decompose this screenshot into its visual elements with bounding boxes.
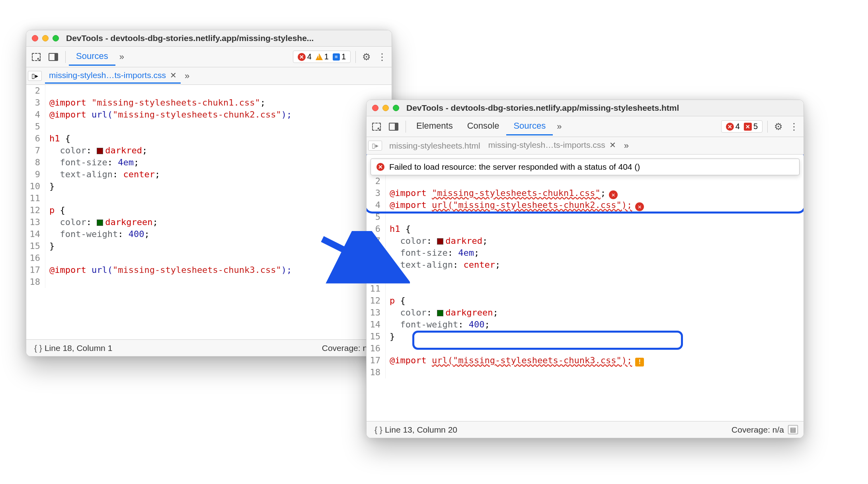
statusbar: { } Line 13, Column 20 Coverage: n/a ▤ bbox=[367, 421, 804, 438]
devtools-window-before: DevTools - devtools-dbg-stories.netlify.… bbox=[26, 30, 392, 357]
line-number: 8 bbox=[26, 157, 45, 169]
line-number: 4 bbox=[367, 199, 386, 211]
file-tab[interactable]: missing-stylesh…ts-imports.css ✕ bbox=[484, 138, 620, 153]
code-editor[interactable]: ✕ Failed to load resource: the server re… bbox=[367, 155, 804, 421]
warning-icon bbox=[316, 53, 323, 60]
console-badges[interactable]: ✕4 1 ≡1 bbox=[293, 51, 351, 63]
close-icon[interactable] bbox=[32, 35, 38, 41]
svg-line-0 bbox=[322, 239, 394, 275]
tab-elements[interactable]: Elements bbox=[409, 118, 460, 135]
gear-icon[interactable]: ⚙ bbox=[359, 51, 374, 63]
error-tooltip: ✕ Failed to load resource: the server re… bbox=[371, 159, 800, 175]
tab-sources[interactable]: Sources bbox=[506, 118, 553, 135]
tab-sources[interactable]: Sources bbox=[69, 48, 115, 66]
arrow-icon bbox=[314, 231, 410, 295]
color-swatch-icon[interactable] bbox=[97, 219, 103, 226]
cursor-position: Line 18, Column 1 bbox=[45, 343, 112, 353]
line-number: 15 bbox=[367, 331, 386, 343]
info-icon: ≡ bbox=[333, 53, 340, 61]
coverage-label: Coverage: n/a bbox=[731, 425, 784, 435]
line-number: 3 bbox=[367, 187, 386, 199]
line-number: 11 bbox=[26, 192, 45, 204]
error-icon: ✕ bbox=[376, 163, 384, 171]
navigator-toggle-icon[interactable]: ▯▸ bbox=[28, 71, 42, 81]
line-number: 5 bbox=[26, 121, 45, 133]
close-icon[interactable]: ✕ bbox=[609, 140, 616, 150]
statusbar: { } Line 18, Column 1 Coverage: n/a ≡ bbox=[26, 339, 392, 356]
more-tabs-icon[interactable]: » bbox=[553, 121, 566, 132]
devtools-window-after: DevTools - devtools-dbg-stories.netlify.… bbox=[366, 100, 804, 438]
main-toolbar: Elements Console Sources » ✕4 ✕5 ⚙ ⋮ bbox=[367, 116, 804, 137]
file-tab[interactable]: missing-stylesheets.html bbox=[385, 139, 484, 153]
line-number: 6 bbox=[26, 133, 45, 145]
kebab-icon[interactable]: ⋮ bbox=[374, 51, 390, 63]
minimize-icon[interactable] bbox=[42, 35, 49, 41]
error-icon: ✕ bbox=[726, 123, 734, 131]
line-number: 13 bbox=[367, 307, 386, 319]
more-tabs-icon[interactable]: » bbox=[115, 52, 128, 62]
line-number: 15 bbox=[26, 240, 45, 252]
file-tab[interactable]: missing-stylesh…ts-imports.css ✕ bbox=[45, 68, 181, 84]
line-number: 9 bbox=[26, 169, 45, 180]
file-tab-strip: ▯▸ missing-stylesheets.html missing-styl… bbox=[367, 137, 804, 155]
navigator-toggle-icon[interactable]: ▯▸ bbox=[368, 141, 382, 151]
file-tab-strip: ▯▸ missing-stylesh…ts-imports.css ✕ » bbox=[26, 67, 392, 85]
device-icon[interactable] bbox=[45, 51, 62, 63]
line-number: 10 bbox=[26, 180, 45, 192]
color-swatch-icon[interactable] bbox=[437, 238, 443, 245]
pretty-print-icon[interactable]: { } bbox=[372, 425, 385, 435]
more-files-icon[interactable]: » bbox=[620, 141, 633, 151]
error-icon: ✕ bbox=[298, 53, 306, 61]
issue-icon: ✕ bbox=[744, 123, 752, 131]
line-number: 17 bbox=[367, 355, 386, 366]
window-title: DevTools - devtools-dbg-stories.netlify.… bbox=[66, 33, 386, 43]
color-swatch-icon[interactable] bbox=[97, 148, 103, 154]
line-number: 17 bbox=[26, 264, 45, 276]
line-number: 7 bbox=[26, 145, 45, 157]
main-toolbar: Sources » ✕4 1 ≡1 ⚙ ⋮ bbox=[26, 47, 392, 67]
gear-icon[interactable]: ⚙ bbox=[771, 121, 786, 132]
device-icon[interactable] bbox=[385, 121, 402, 132]
line-number: 14 bbox=[367, 319, 386, 331]
line-number: 14 bbox=[26, 228, 45, 240]
close-icon[interactable] bbox=[372, 105, 378, 111]
line-number: 13 bbox=[26, 216, 45, 228]
tab-console[interactable]: Console bbox=[460, 118, 507, 135]
traffic-lights bbox=[372, 105, 399, 111]
color-swatch-icon[interactable] bbox=[437, 310, 443, 316]
cursor-position: Line 13, Column 20 bbox=[385, 425, 457, 435]
code-editor[interactable]: 2 3@import "missing-stylesheets-chukn1.c… bbox=[26, 85, 392, 339]
maximize-icon[interactable] bbox=[53, 35, 59, 41]
line-number: 16 bbox=[26, 252, 45, 264]
error-icon[interactable]: ✕ bbox=[609, 190, 618, 199]
line-number: 2 bbox=[367, 175, 386, 187]
line-number: 3 bbox=[26, 97, 45, 109]
traffic-lights bbox=[32, 35, 59, 41]
close-icon[interactable]: ✕ bbox=[170, 71, 177, 80]
maximize-icon[interactable] bbox=[393, 105, 399, 111]
kebab-icon[interactable]: ⋮ bbox=[786, 121, 802, 132]
titlebar: DevTools - devtools-dbg-stories.netlify.… bbox=[26, 30, 392, 47]
window-title: DevTools - devtools-dbg-stories.netlify.… bbox=[406, 103, 798, 113]
inspect-icon[interactable] bbox=[368, 121, 385, 132]
warning-icon[interactable]: ! bbox=[635, 358, 644, 366]
error-icon[interactable]: ✕ bbox=[635, 202, 644, 211]
line-number: 18 bbox=[26, 276, 45, 288]
drawer-icon[interactable]: ▤ bbox=[788, 425, 798, 434]
pretty-print-icon[interactable]: { } bbox=[32, 343, 45, 353]
line-number: 12 bbox=[26, 204, 45, 216]
titlebar: DevTools - devtools-dbg-stories.netlify.… bbox=[367, 100, 804, 116]
line-number: 4 bbox=[26, 109, 45, 121]
console-badges[interactable]: ✕4 ✕5 bbox=[721, 120, 763, 133]
line-number: 18 bbox=[367, 366, 386, 378]
line-number: 5 bbox=[367, 211, 386, 223]
line-number: 16 bbox=[367, 343, 386, 355]
line-number: 2 bbox=[26, 85, 45, 97]
inspect-icon[interactable] bbox=[28, 51, 45, 63]
more-files-icon[interactable]: » bbox=[181, 71, 193, 81]
minimize-icon[interactable] bbox=[382, 105, 389, 111]
line-number: 12 bbox=[367, 295, 386, 307]
